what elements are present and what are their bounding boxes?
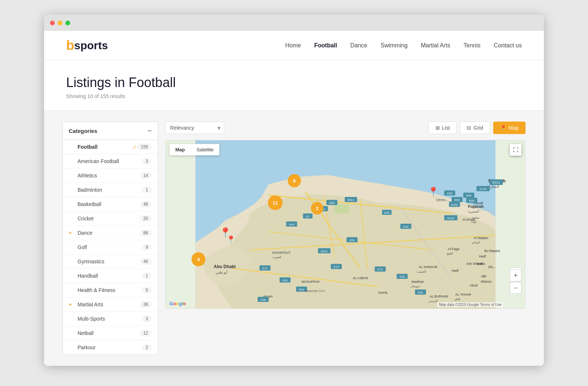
nav-link-contact-us[interactable]: Contact us [494, 42, 522, 48]
category-item-golf[interactable]: Golf9 [63, 240, 158, 255]
svg-rect-12 [334, 204, 349, 213]
svg-text:Abud: Abud [470, 284, 478, 287]
map-pin-fujairah[interactable]: 📍 [428, 187, 439, 196]
map-fullscreen-button[interactable]: ⛶ [510, 144, 521, 156]
category-item-gymnastics[interactable]: Gymnastics46 [63, 255, 158, 269]
category-count: 38 [140, 301, 152, 308]
category-count: 1 [142, 187, 152, 193]
nav-link-tennis[interactable]: Tennis [463, 42, 480, 48]
svg-text:E10: E10 [283, 279, 288, 282]
maximize-button[interactable] [65, 21, 70, 25]
svg-text:Al Madam: Al Madam [473, 236, 488, 240]
nav-link-martial-arts[interactable]: Martial Arts [421, 42, 450, 48]
map-cluster-11[interactable]: 11 [268, 195, 283, 210]
svg-text:E84: E84 [455, 198, 460, 202]
category-item-multi-sports[interactable]: Multi-Sports3 [63, 312, 158, 326]
category-count: 88 [140, 230, 152, 236]
category-count: 14 [140, 172, 152, 179]
map-attribution: Map data ©2019 Google Terms of Use [437, 302, 503, 307]
svg-text:أبو ظبي: أبو ظبي [216, 270, 228, 275]
map-pin-2[interactable]: 📍 [226, 236, 236, 243]
map-svg: Sharjah الشارقة Abu Dhabi أبو ظبي Al Dha… [166, 140, 525, 309]
list-label: List [442, 125, 450, 131]
category-count: 9 [142, 244, 152, 250]
svg-text:MUSAFFAH: MUSAFFAH [302, 280, 320, 284]
navbar: b sports HomeFootballDanceSwimmingMartia… [44, 31, 544, 60]
sort-select[interactable]: Relevancy Price: Low to High Price: High… [165, 122, 224, 134]
map-type-map-button[interactable]: Map [169, 144, 191, 155]
category-count: 1 [142, 273, 152, 279]
map-google-logo: Google [169, 301, 186, 306]
category-item-cricket[interactable]: Cricket20 [63, 212, 158, 226]
category-name: American Football [78, 158, 142, 164]
sidebar: Categories − Football✓155American Footba… [62, 122, 158, 355]
sort-wrapper: Relevancy Price: Low to High Price: High… [165, 122, 224, 134]
browser-window: b sports HomeFootballDanceSwimmingMartia… [44, 15, 544, 366]
category-item-football[interactable]: Football✓155 [63, 140, 158, 154]
svg-text:الشويب: الشويب [417, 270, 426, 273]
category-name: Health & Fitness [78, 287, 142, 293]
nav-links: HomeFootballDanceSwimmingMartial ArtsTen… [285, 42, 522, 49]
category-item-handball[interactable]: Handball1 [63, 269, 158, 283]
nav-link-football[interactable]: Football [314, 42, 337, 48]
svg-text:E20: E20 [299, 288, 304, 291]
category-item-netball[interactable]: Netball12 [63, 326, 158, 340]
map-cluster-4[interactable]: 4 [191, 252, 205, 266]
category-item-american-football[interactable]: American Football3 [63, 154, 158, 169]
svg-point-2 [225, 290, 239, 297]
list-view-button[interactable]: ⊞ List [429, 122, 457, 134]
map-cluster-2[interactable]: 2 [311, 202, 323, 214]
map-cluster-6[interactable]: 6 [288, 174, 301, 187]
category-name: Golf [78, 244, 142, 250]
svg-text:الفجيرة: الفجيرة [468, 210, 479, 214]
svg-text:المدام: المدام [472, 241, 480, 244]
category-item-parkour[interactable]: Parkour2 [63, 340, 158, 354]
svg-text:E44: E44 [403, 225, 409, 228]
svg-text:E36: E36 [261, 298, 266, 302]
close-button[interactable] [50, 21, 55, 25]
category-count: 12 [140, 330, 152, 336]
category-item-health-&-fitness[interactable]: Health & Fitness5 [63, 283, 158, 297]
svg-text:الفقع: الفقع [447, 252, 453, 255]
category-item-martial-arts[interactable]: +Martial Arts38 [63, 297, 158, 312]
main-content: Relevancy Price: Low to High Price: High… [165, 122, 526, 355]
svg-text:Al Faga: Al Faga [448, 247, 459, 251]
svg-text:سويحان: سويحان [410, 285, 420, 288]
map-view-button[interactable]: 📍 Map [493, 122, 526, 134]
zoom-out-button[interactable]: − [510, 282, 521, 294]
category-item-dance[interactable]: +Dance88 [63, 226, 158, 240]
category-name: Badminton [78, 187, 142, 193]
map-type-satellite-button[interactable]: Satellite [191, 144, 219, 155]
category-item-badminton[interactable]: Badminton1 [63, 183, 158, 197]
svg-text:E12: E12 [262, 267, 268, 270]
svg-text:كلباء: كلباء [471, 220, 477, 224]
nav-link-swimming[interactable]: Swimming [380, 42, 408, 48]
zoom-in-button[interactable]: + [510, 270, 521, 281]
sidebar-categories-label: Categories [69, 128, 97, 134]
grid-view-button[interactable]: ⊟ Grid [460, 122, 490, 134]
category-name: Martial Arts [78, 302, 140, 307]
content-area: Categories − Football✓155American Footba… [44, 111, 544, 366]
map-container: Map Satellite ⛶ [165, 140, 526, 309]
svg-text:D53: D53 [349, 239, 355, 242]
svg-text:E75: E75 [378, 268, 383, 271]
svg-text:E311: E311 [492, 181, 500, 184]
svg-text:E44: E44 [289, 223, 295, 226]
svg-text:E102: E102 [451, 203, 458, 206]
category-item-basketball[interactable]: Basketball46 [63, 197, 158, 212]
svg-text:Hadf: Hadf [452, 269, 459, 273]
category-item-athletics[interactable]: Athletics14 [63, 169, 158, 183]
minimize-button[interactable] [58, 21, 62, 25]
category-name: Parkour [78, 344, 142, 350]
nav-link-dance[interactable]: Dance [350, 42, 367, 48]
map-type-buttons: Map Satellite [169, 144, 219, 155]
svg-text:E88: E88 [466, 194, 472, 197]
svg-text:MASDAR CITY: MASDAR CITY [305, 289, 325, 293]
svg-text:RIMAH: RIMAH [481, 280, 491, 284]
expand-icon: + [69, 230, 75, 236]
sidebar-collapse-icon[interactable]: − [147, 127, 152, 134]
category-count: 20 [140, 215, 152, 222]
logo[interactable]: b sports [66, 39, 108, 52]
grid-icon: ⊟ [467, 125, 471, 131]
nav-link-home[interactable]: Home [285, 42, 301, 48]
